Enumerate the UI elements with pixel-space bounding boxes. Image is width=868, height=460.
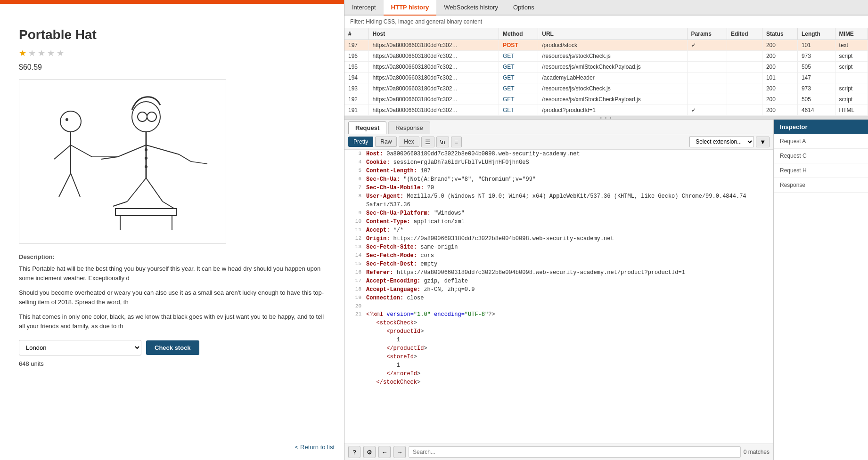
code-line: Safari/537.36 [344,201,773,209]
table-row[interactable]: 193https://0a80006603180dd7c302…GET/reso… [344,83,868,94]
editor-icon-list[interactable]: ☰ [421,137,434,147]
tab-request[interactable]: Request [348,121,386,134]
table-row[interactable]: 194https://0a80006603180dd7c302…GET/acad… [344,73,868,83]
select-extension-dropdown[interactable]: Select extension... [689,136,754,147]
inspector-request-a[interactable]: Request A [774,134,868,149]
code-line: 19Connection: close [344,294,773,302]
code-line: 1 [344,361,773,370]
tab-response[interactable]: Response [388,121,430,134]
tab-websockets[interactable]: WebSockets history [436,0,506,15]
req-res-tabs: Request Response [344,120,773,134]
product-rating: ★ ★ ★ ★ ★ [19,48,325,58]
code-line: 18Accept-Language: zh-CN, zh;q=0.9 [344,285,773,294]
check-stock-button[interactable]: Check stock [146,340,199,355]
star-5: ★ [57,48,64,58]
code-line: 20 [344,302,773,310]
code-line: 4Cookie: session=rgJaDh7a6ldrUFblTvLUHjn… [344,158,773,167]
history-table-wrapper: # Host Method URL Params Edited Status L… [344,28,868,116]
code-line: <productId> [344,327,773,336]
code-line: 16Referer: https://0a80006603180dd7c3022… [344,268,773,277]
search-input[interactable] [409,446,741,458]
description-p2: Should you become overheated or weary yo… [19,288,325,307]
col-method[interactable]: Method [499,28,538,40]
code-line: </productId> [344,344,773,353]
editor-tab-raw[interactable]: Raw [375,137,397,147]
code-line: <storeId> [344,353,773,361]
editor-tab-pretty[interactable]: Pretty [348,137,373,147]
history-table: # Host Method URL Params Edited Status L… [344,28,868,116]
star-3: ★ [38,48,45,58]
svg-line-14 [146,145,179,154]
code-line: </storeId> [344,370,773,378]
product-illustration [24,84,221,239]
back-button[interactable]: ← [378,446,391,458]
svg-line-16 [127,178,146,202]
tab-http-history[interactable]: HTTP history [384,0,437,16]
code-line: 9Sec-Ch-Ua-Platform: "Windows" [344,209,773,218]
table-row[interactable]: 192https://0a80006603180dd7c302…GET/reso… [344,94,868,105]
svg-line-19 [163,202,174,209]
col-edited[interactable]: Edited [727,28,762,40]
panel-divider[interactable]: • • • [344,116,868,120]
svg-point-6 [66,118,68,121]
svg-line-12 [118,145,146,157]
product-price: $60.59 [19,63,325,72]
table-row[interactable]: 197https://0a80006603180dd7c302…POST/pro… [344,40,868,51]
table-row[interactable]: 195https://0a80006603180dd7c302…GET/reso… [344,62,868,73]
svg-line-4 [59,173,71,197]
store-select[interactable]: London Paris Milan [19,340,141,355]
code-line: 21<?xml version="1.0" encoding="UTF-8"?> [344,310,773,319]
col-mime[interactable]: MIME [835,28,868,40]
inspector-request-h[interactable]: Request H [774,163,868,178]
filter-bar: Filter: Hiding CSS, image and general bi… [344,16,868,28]
col-params[interactable]: Params [687,28,727,40]
code-line: 3Host: 0a80006603180dd7c3022b8e004b0098.… [344,150,773,158]
editor-tab-hex[interactable]: Hex [399,137,419,147]
tab-options[interactable]: Options [506,0,542,15]
history-table-body: 197https://0a80006603180dd7c302…POST/pro… [344,40,868,116]
req-res-panel: Request Response Pretty Raw Hex ☰ \n ≡ S… [344,120,774,460]
forward-button[interactable]: → [393,446,406,458]
bottom-toolbar: ? ⚙ ← → 0 matches [344,444,773,460]
editor-icon-wrap[interactable]: ≡ [451,137,462,147]
inspector-panel: Inspector Request A Request C Request H … [774,120,868,460]
col-length[interactable]: Length [797,28,835,40]
code-line: 5Content-Length: 107 [344,167,773,175]
table-row[interactable]: 196https://0a80006603180dd7c302…GET/reso… [344,51,868,62]
burp-top-tabs: Intercept HTTP history WebSockets histor… [344,0,868,16]
col-status[interactable]: Status [762,28,797,40]
matches-count: 0 matches [744,449,770,455]
col-id[interactable]: # [344,28,368,40]
help-button[interactable]: ? [348,446,360,458]
svg-line-17 [113,202,127,206]
svg-line-18 [146,178,163,202]
code-line: 12Origin: https://0a80006603180dd7c3022b… [344,234,773,243]
svg-point-25 [145,165,147,168]
units-text: 648 units [19,360,325,367]
star-4: ★ [47,48,55,58]
product-panel: Portable Hat ★ ★ ★ ★ ★ $60.59 [0,0,344,460]
col-url[interactable]: URL [538,28,687,40]
burp-panel: Intercept HTTP history WebSockets histor… [344,0,868,460]
return-link[interactable]: < Return to list [295,444,335,451]
svg-point-24 [145,157,147,160]
code-line: 10Content-Type: application/xml [344,218,773,226]
star-1: ★ [19,48,26,58]
code-line: 6Sec-Ch-Ua: "(Not(A:Brand";v="8", "Chrom… [344,175,773,184]
inspector-request-c[interactable]: Request C [774,149,868,163]
settings-button[interactable]: ⚙ [363,446,376,458]
svg-rect-20 [115,209,177,216]
code-line: 14Sec-Fetch-Mode: cors [344,251,773,260]
col-host[interactable]: Host [368,28,499,40]
code-line: 8User-Agent: Mozilla/5.0 (Windows NT 10.… [344,192,773,201]
table-row[interactable]: 191https://0a80006603180dd7c302…GET/prod… [344,105,868,116]
bottom-area: Request Response Pretty Raw Hex ☰ \n ≡ S… [344,120,868,460]
product-title: Portable Hat [19,27,325,42]
svg-line-27 [191,161,207,164]
inspector-title: Inspector [774,120,868,134]
editor-icon-newline[interactable]: \n [436,137,449,147]
svg-line-15 [179,154,191,161]
dropdown-arrow[interactable]: ▼ [756,137,770,147]
tab-intercept[interactable]: Intercept [344,0,384,15]
inspector-response[interactable]: Response [774,178,868,193]
